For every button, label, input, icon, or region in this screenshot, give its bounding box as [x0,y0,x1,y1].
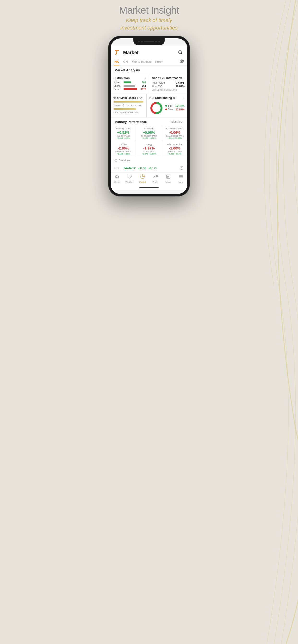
warrant-detail: Warrant T/O: 10.135B 8.35% [113,104,143,107]
short-sell-chevron: › [184,76,185,80]
nav-label-trade: Trade [153,181,158,183]
nav-icon-market [140,174,145,180]
hsi-outstanding-title: HSI Outstanding % [150,96,175,100]
app-logo-area: T Market [114,49,138,56]
uncha-row: Uncha 961 [113,84,146,87]
industry-card-0[interactable]: Exchange Trade +0.52% XL2 CSOP A50 +0.35… [111,126,136,141]
ind-stock-1: 51 CREDIT CARD [138,135,160,137]
notch-speaker [144,41,154,42]
hsi-ticker-change: +42.39 [138,167,146,170]
tab-world-indices[interactable]: World Indices [132,58,152,66]
cards-grid-row2: % of Main Board T/O › Warrant T/O: 10.13… [111,94,187,118]
industry-card-1[interactable]: Financials +0.08% 51 CREDIT CARD +0.120 … [136,126,162,141]
notch-camera [141,41,143,42]
distribution-card-header: Distribution › [113,76,146,80]
warrant-bar [113,101,143,102]
ind-sub-5: +0.060 +2.31% [163,153,186,155]
nav-icon-trade [153,174,158,180]
nav-item-market[interactable]: Market [136,174,148,183]
bull-pct: 52.43% [176,104,185,107]
ind-pct-4: -1.97% [138,146,160,150]
search-button[interactable] [177,49,184,56]
ind-stock-4: SHANDONG [138,151,160,153]
nav-item-home[interactable]: Home [111,174,123,183]
screen-content: T Market HK CN World Indices [111,38,187,194]
hsi-donut-content: Bull 52.43% Bear 47.57% [150,101,185,115]
ind-sub-3: +0.150 +6.98% [112,153,135,155]
ind-sub-4: +0.470 +11.06% [138,153,160,155]
ind-sub-1: +0.120 +15.58% [138,137,160,139]
nav-item-news[interactable]: News [162,174,174,183]
bear-label: Bear [168,108,175,111]
svg-point-6 [153,105,160,111]
ind-name-2: Consumer Goods [163,128,186,130]
app-header: T Market [111,46,187,58]
main-board-card[interactable]: % of Main Board T/O › Warrant T/O: 10.13… [111,94,146,118]
nav-label-more: More [179,181,184,183]
hsi-ticker-pct: +0.17% [148,167,158,170]
nav-label-watchlist: Watchlist [125,181,134,183]
content-area: Market Analysis Distribution › A [111,66,187,172]
nav-item-watchlist[interactable]: Watchlist [124,174,136,183]
industry-grid: Exchange Trade +0.52% XL2 CSOP A50 +0.35… [111,126,187,157]
page-header: Market Insight Keep track of timelyinves… [119,5,179,32]
industry-card-2[interactable]: Consumer Goods -0.06% GUANGDONG TANN +0.… [162,126,187,141]
bull-label: Bull [168,104,175,107]
cbbc-detail: CBBC T/O: 6.172B 5.08% [113,111,143,114]
hsi-ticker-bar: HSI 24744.12 +42.39 +0.17% [111,164,187,172]
short-sell-card[interactable]: Short Sell Information › Total Value 7.6… [149,74,188,94]
nav-icon-more [179,174,183,180]
declin-row: Declin 1070 [113,88,146,90]
ind-stock-3: SINO GAS HLDGS [112,151,135,153]
advan-row: Advan 563 [113,81,146,84]
hsi-outstanding-header: HSI Outstanding % › [150,96,185,100]
page-wrapper: Market Insight Keep track of timelyinves… [79,5,219,196]
cbbc-bar [113,108,136,110]
ind-name-5: Telecommunicat [163,143,186,146]
hsi-outstanding-chevron: › [184,96,185,100]
nav-item-trade[interactable]: Trade [150,174,162,183]
svg-line-1 [181,53,182,54]
industry-card-3[interactable]: Utilities -2.80% SINO GAS HLDGS +0.150 +… [111,141,136,157]
bull-legend-row: Bull 52.43% [165,104,185,107]
bear-dot [165,108,167,110]
short-sell-title: Short Sell Information [152,76,182,80]
main-board-title: % of Main Board T/O [113,96,141,100]
nav-label-home: Home [114,181,120,183]
distribution-card[interactable]: Distribution › Advan 563 [111,74,149,94]
ind-name-0: Exchange Trade [112,128,135,130]
page-title: Market Insight [119,5,179,16]
market-analysis-title: Market Analysis [114,68,140,72]
declin-bar-wrap [123,88,138,90]
industries-link[interactable]: Industries › [170,120,184,124]
tabs-bar: HK CN World Indices Forex [111,58,187,66]
industry-card-5[interactable]: Telecommunicat -1.60% CHINA TELECOM +0.0… [162,141,187,157]
main-board-chevron: › [142,96,143,100]
phone-notch [133,38,165,45]
eye-filter-button[interactable] [180,59,184,64]
cards-grid-row1: Distribution › Advan 563 [111,74,187,94]
tab-hk[interactable]: HK [114,58,119,66]
declin-label: Declin [113,88,122,90]
tover-value: 18.87% [176,85,185,88]
tab-forex[interactable]: Forex [155,58,164,66]
advan-label: Advan [113,81,122,84]
ss-updated: Last Updated: 2021/10/08 [152,89,185,91]
ind-pct-2: -0.06% [163,130,186,134]
app-logo: T [114,49,121,56]
tab-cn[interactable]: CN [123,58,128,66]
ind-name-3: Utilities [112,143,135,146]
ind-sub-2: +0.320 +33.68% [163,137,186,139]
short-sell-header: Short Sell Information › [152,76,185,80]
warrant-value: 10.135B 8.35% [126,104,141,106]
app-title-label: Market [123,50,138,55]
cbbc-label: CBBC T/O: [113,112,124,114]
nav-item-more[interactable]: More [175,174,187,183]
hsi-outstanding-card[interactable]: HSI Outstanding % › [146,94,187,118]
tover-row: % of T/O 18.87% [152,85,185,88]
phone-home-bar [111,186,187,190]
uncha-bar [123,85,135,87]
advan-bar-wrap [123,82,138,84]
industry-card-4[interactable]: Energy -1.97% SHANDONG +0.470 +11.06% [136,141,162,157]
bull-dot [165,105,167,106]
